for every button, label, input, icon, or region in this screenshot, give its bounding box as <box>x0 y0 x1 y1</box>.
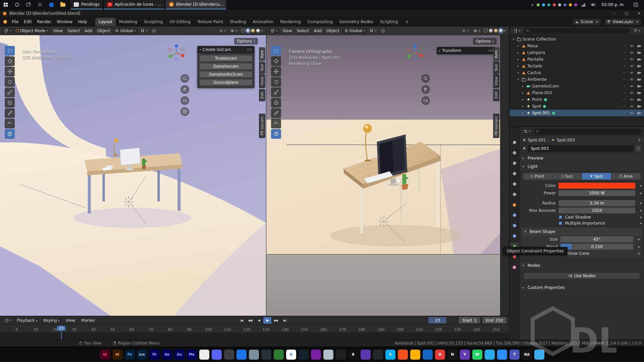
physics-properties-tab[interactable] <box>510 222 519 230</box>
cast-shadow-checkbox[interactable]: ✓ <box>558 215 562 219</box>
outliner-item-teclado[interactable]: ▸Teclado✓ <box>509 63 644 69</box>
breadcrumb-data[interactable]: Spot.003 <box>557 138 575 142</box>
tab-edit[interactable]: Edit <box>259 89 265 101</box>
animate-dot[interactable] <box>640 210 642 212</box>
measure-tool-button[interactable] <box>5 119 15 128</box>
outliner-editor-type-button[interactable]: ▾ <box>512 28 522 34</box>
rendered-shading-button[interactable] <box>256 29 260 33</box>
menu-window[interactable]: Window <box>54 18 75 25</box>
blender-menu-button[interactable] <box>3 19 8 24</box>
tool-options-dropdown[interactable]: Options▾ <box>473 38 497 45</box>
disable-in-render-camera-icon[interactable] <box>636 91 642 95</box>
editor-type-button[interactable]: ▾ <box>268 28 279 34</box>
vp-left-menu-select[interactable]: Select <box>65 28 82 34</box>
light-color-swatch[interactable] <box>558 183 635 189</box>
fake-user-button[interactable] <box>635 145 641 152</box>
tool-properties-tab[interactable] <box>510 138 519 146</box>
material-preview-button[interactable] <box>494 29 498 33</box>
tray-icon-3[interactable] <box>547 3 550 6</box>
outliner-item-cactus[interactable]: ▸Cactus✓ <box>509 69 644 76</box>
transform-orientation-dropdown[interactable]: Global▾ <box>342 28 367 34</box>
expand-caret-icon[interactable]: ▾ <box>516 78 520 81</box>
hide-in-viewport-eye-icon[interactable] <box>629 98 635 101</box>
zoom-view-button[interactable] <box>421 74 430 83</box>
taskbar-app-opera[interactable]: O <box>435 350 445 360</box>
taskbar-app-media-encoder[interactable]: Me <box>187 350 197 360</box>
menu-file[interactable]: File <box>9 18 21 25</box>
tab-pr-isocam[interactable]: PR Isocam <box>493 114 499 138</box>
workspace-tab-geometry-nodes[interactable]: Geometry Nodes <box>336 18 377 26</box>
animate-dot[interactable] <box>640 202 642 204</box>
tab-pr-isocam[interactable]: PR Isocam <box>259 114 265 138</box>
drag-grip-icon[interactable] <box>488 49 493 52</box>
taskbar-app-app-purple[interactable] <box>311 350 321 360</box>
animate-dot[interactable] <box>638 246 640 248</box>
vp-left-menu-object[interactable]: Object <box>95 28 112 34</box>
box-select-tool-button[interactable] <box>5 46 15 56</box>
cursor-tool-button[interactable] <box>271 56 281 66</box>
expand-caret-icon[interactable]: ▾ <box>512 38 516 41</box>
taskbar-app-app-orange[interactable] <box>398 350 408 360</box>
tray-chevron-up-icon[interactable]: ∧ <box>531 3 534 7</box>
taskbar-app-notion[interactable]: N <box>447 350 458 360</box>
show-gizmo-toggle[interactable]: ▾ <box>460 28 471 34</box>
tray-icon-2[interactable] <box>542 3 545 6</box>
isocam-button-gameiso4to3cam[interactable]: GameIso4to3cam <box>199 71 253 78</box>
vp-right-menu-add[interactable]: Add <box>312 28 324 34</box>
move-tool-button[interactable] <box>271 67 281 76</box>
taskbar-app-whatsapp[interactable]: W <box>472 350 482 360</box>
tab-view[interactable]: View <box>493 74 499 88</box>
taskbar-clock[interactable]: 02:00 p. m. <box>600 2 627 7</box>
taskbar-app-skype[interactable]: S <box>385 350 395 360</box>
taskbar-app-teams[interactable]: T <box>509 350 520 360</box>
beam-shape-panel-header[interactable]: ▾Beam Shape <box>522 228 642 236</box>
rotate-tool-button[interactable] <box>5 77 15 87</box>
use-nodes-button[interactable]: Use Nodes <box>524 273 640 279</box>
cursor-tool-button[interactable] <box>5 56 15 66</box>
taskbar-app-eight-ball[interactable]: 8 <box>348 350 358 360</box>
taskbar-app-app-slate[interactable] <box>249 350 259 360</box>
outliner-item-scene-collection[interactable]: ▾Scene Collection <box>509 36 644 43</box>
texture-properties-tab[interactable] <box>510 263 519 271</box>
light-type-sun[interactable]: Sun <box>552 173 582 180</box>
snap-magnet-toggle[interactable]: ▾ <box>139 28 149 34</box>
isocam-button-gameisocam[interactable]: GameIsocam <box>199 63 253 70</box>
pan-view-button[interactable] <box>421 85 430 94</box>
outliner-item-ambiente[interactable]: ▾Ambiente✓ <box>509 76 644 83</box>
tab-tool[interactable]: Tool <box>493 61 499 74</box>
world-properties-tab[interactable] <box>510 190 519 198</box>
spot-blend-slider[interactable]: 0.150 <box>560 244 633 250</box>
taskbar-app-google[interactable]: G <box>286 350 296 360</box>
viewlayer-selector[interactable]: ViewLayer × <box>604 18 641 25</box>
editor-type-button[interactable]: ▾ <box>2 28 13 34</box>
disable-in-render-camera-icon[interactable] <box>636 44 642 48</box>
solid-shading-button[interactable] <box>489 29 493 33</box>
box-select-tool-button[interactable] <box>271 46 281 56</box>
navigation-gizmo[interactable] <box>166 43 186 63</box>
disable-in-render-camera-icon[interactable] <box>636 64 642 68</box>
tool-options-dropdown[interactable]: Options▾ <box>234 38 258 45</box>
wireframe-shading-button[interactable] <box>484 29 488 33</box>
taskbar-app-app-violet[interactable] <box>361 350 371 360</box>
expand-caret-icon[interactable]: ▸ <box>516 71 520 74</box>
outliner-item-lampara[interactable]: ▸Lampara✓ <box>509 49 644 56</box>
outliner-item-mesa[interactable]: ▸Mesa✓ <box>509 43 644 49</box>
properties-search-input[interactable] <box>534 128 642 134</box>
max-bounces-field[interactable]: 1024 <box>558 207 635 214</box>
hide-in-viewport-eye-icon[interactable] <box>629 91 635 95</box>
disable-in-render-camera-icon[interactable] <box>636 51 642 54</box>
scale-tool-button[interactable] <box>271 87 281 97</box>
scene-properties-tab[interactable] <box>510 180 519 188</box>
playhead[interactable]: 23 <box>61 325 62 340</box>
vp-right-menu-view[interactable]: View <box>280 28 294 34</box>
disable-in-render-camera-icon[interactable] <box>636 84 642 88</box>
light-radius-field[interactable]: 2.34 m <box>558 200 635 206</box>
hide-in-viewport-eye-icon[interactable] <box>629 58 635 61</box>
show-gizmo-toggle[interactable]: ▾ <box>217 28 228 34</box>
light-type-area[interactable]: Area <box>611 173 641 180</box>
taskbar-app-kdenlive[interactable]: Kd <box>522 350 532 360</box>
taskbar-app-telegram[interactable] <box>485 350 495 360</box>
animate-dot[interactable] <box>638 239 640 240</box>
workspace-tab-layout[interactable]: Layout <box>95 18 116 26</box>
taskbar-app-audition[interactable]: Au <box>174 350 184 360</box>
